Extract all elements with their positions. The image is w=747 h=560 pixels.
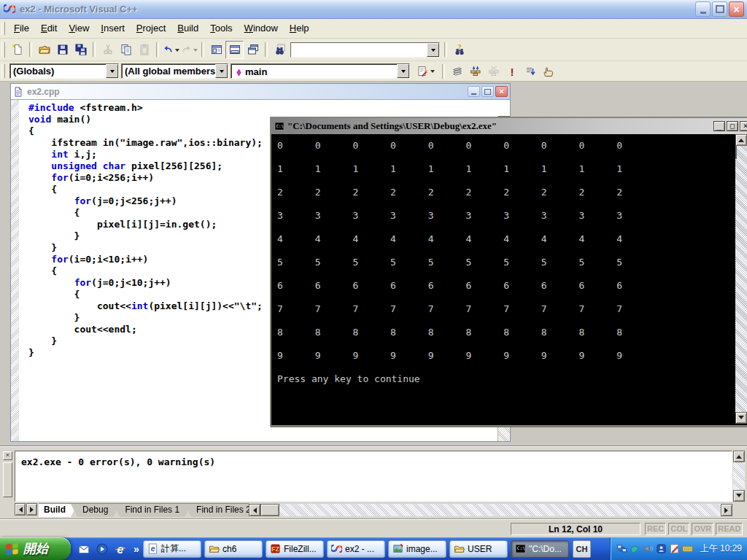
- chevron-down-icon[interactable]: [427, 43, 439, 57]
- find-in-files-button[interactable]: [271, 41, 289, 59]
- wizardbar-grip[interactable]: [1, 64, 5, 78]
- build-output-text[interactable]: ex2.exe - 0 error(s), 0 warning(s): [15, 451, 732, 502]
- console-close-button[interactable]: ×: [740, 121, 747, 131]
- media-player-icon[interactable]: [96, 542, 109, 556]
- scroll-up-button[interactable]: [733, 451, 745, 462]
- chevron-down-icon[interactable]: [215, 64, 228, 78]
- tab-find-in-files-2[interactable]: Find in Files 2: [185, 504, 249, 517]
- tab-find-in-files-1[interactable]: Find in Files 1: [113, 504, 191, 517]
- tab-debug[interactable]: Debug: [71, 504, 120, 517]
- overflow-chevron[interactable]: »: [133, 543, 139, 555]
- console-minimize-button[interactable]: _: [713, 121, 725, 131]
- chevron-down-icon[interactable]: [397, 64, 409, 78]
- class-combobox[interactable]: (Globals): [9, 63, 119, 79]
- console-output[interactable]: 0000000000111111111122222222223333333333…: [273, 134, 747, 424]
- menu-insert[interactable]: Insert: [95, 19, 131, 38]
- menu-help[interactable]: Help: [284, 19, 315, 38]
- output-horizontal-scrollbar[interactable]: [249, 504, 732, 516]
- taskbar-button[interactable]: FZFileZill...: [266, 540, 324, 558]
- start-button[interactable]: 開始: [0, 537, 71, 560]
- console-window[interactable]: C:\ "C:\Documents and Settings\USER\Debu…: [270, 117, 747, 427]
- soft-keyboard-icon[interactable]: [682, 543, 693, 554]
- minimize-button[interactable]: [695, 1, 711, 17]
- internet-explorer-icon[interactable]: e: [114, 542, 127, 556]
- restore-button[interactable]: [712, 1, 727, 17]
- editor-maximize-button[interactable]: [481, 86, 494, 97]
- editor-close-button[interactable]: ×: [495, 86, 508, 97]
- menu-window[interactable]: Window: [239, 19, 284, 38]
- menu-file[interactable]: File: [8, 19, 35, 38]
- svg-text:C:\: C:\: [517, 545, 525, 551]
- taskbar-button[interactable]: USER: [449, 540, 508, 558]
- taskbar-button[interactable]: image...: [388, 540, 446, 558]
- scroll-right-button[interactable]: [721, 504, 732, 516]
- scrollbar-thumb[interactable]: [260, 504, 279, 516]
- output-vertical-scrollbar[interactable]: [733, 451, 745, 502]
- tab-build[interactable]: Build: [39, 504, 77, 517]
- filter-combobox[interactable]: (All global members): [121, 63, 228, 79]
- undo-button[interactable]: [162, 41, 180, 59]
- menu-tools[interactable]: Tools: [204, 19, 238, 38]
- menu-project[interactable]: Project: [131, 19, 171, 38]
- search-help-button[interactable]: ?: [450, 41, 468, 59]
- new-file-button[interactable]: [8, 41, 26, 59]
- tab-scroll-right-button[interactable]: [26, 503, 37, 516]
- menu-edit[interactable]: Edit: [35, 19, 63, 38]
- member-combobox[interactable]: main: [231, 63, 410, 79]
- compile-button[interactable]: [448, 62, 466, 80]
- scroll-up-button[interactable]: [735, 134, 747, 146]
- scroll-down-button[interactable]: [733, 490, 745, 502]
- ime-pad-icon[interactable]: [669, 543, 680, 554]
- scroll-down-button[interactable]: [735, 412, 747, 424]
- open-folder-button[interactable]: [35, 41, 53, 59]
- stop-build-button[interactable]: [484, 62, 503, 80]
- build-button[interactable]: [466, 62, 484, 80]
- taskbar-button[interactable]: ch6: [204, 540, 263, 558]
- source-code[interactable]: #include <fstream.h>void main(){ ifstrea…: [28, 102, 263, 359]
- workspace-button[interactable]: [207, 41, 225, 59]
- taskbar-button[interactable]: ex2 - ...: [327, 540, 385, 558]
- menubar-grip[interactable]: [1, 22, 5, 35]
- menu-build[interactable]: Build: [171, 19, 204, 38]
- save-button[interactable]: [53, 41, 71, 59]
- wizard-action-button[interactable]: [413, 62, 439, 80]
- cut-button[interactable]: [98, 41, 117, 59]
- console-vertical-scrollbar[interactable]: [735, 134, 747, 424]
- console-cell: 8: [277, 327, 315, 338]
- language-button[interactable]: CH: [573, 540, 591, 558]
- messenger-icon[interactable]: [656, 543, 667, 554]
- console-maximize-button[interactable]: □: [727, 121, 738, 131]
- output-close-button[interactable]: ×: [3, 451, 12, 460]
- copy-button[interactable]: [117, 41, 135, 59]
- save-all-button[interactable]: [71, 41, 90, 59]
- network-icon[interactable]: [616, 543, 627, 554]
- execute-button[interactable]: !: [503, 62, 521, 80]
- redo-button[interactable]: [180, 41, 198, 59]
- output-drag-grip[interactable]: [3, 462, 12, 497]
- console-cell: 7: [579, 303, 617, 314]
- menu-view[interactable]: View: [63, 19, 95, 38]
- scroll-left-button[interactable]: [249, 504, 260, 516]
- toolbar-grip[interactable]: [1, 42, 5, 58]
- output-button[interactable]: [225, 41, 244, 59]
- find-combobox[interactable]: [290, 42, 440, 58]
- windows-button[interactable]: [244, 41, 262, 59]
- tab-scroll-left-button[interactable]: [15, 503, 26, 516]
- volume-icon[interactable]: [643, 543, 654, 554]
- go-button[interactable]: [521, 62, 539, 80]
- paste-button[interactable]: [135, 41, 153, 59]
- gesture-icon[interactable]: [630, 543, 640, 554]
- taskbar-button[interactable]: C:\"C:\Do...: [511, 540, 569, 558]
- scrollbar-thumb[interactable]: [735, 145, 737, 159]
- clock[interactable]: 上午 10:29: [700, 542, 747, 555]
- main-titlebar[interactable]: ex2 - Microsoft Visual C++ ×: [0, 0, 747, 19]
- editor-minimize-button[interactable]: [468, 86, 480, 97]
- chevron-down-icon[interactable]: [106, 64, 118, 78]
- find-input[interactable]: [291, 43, 427, 57]
- editor-titlebar[interactable]: ex2.cpp ×: [11, 84, 510, 100]
- breakpoint-button[interactable]: [539, 62, 557, 80]
- taskbar-button[interactable]: e計算...: [143, 540, 201, 558]
- outlook-express-icon[interactable]: [77, 542, 90, 556]
- console-titlebar[interactable]: C:\ "C:\Documents and Settings\USER\Debu…: [271, 118, 747, 134]
- close-button[interactable]: ×: [729, 1, 744, 17]
